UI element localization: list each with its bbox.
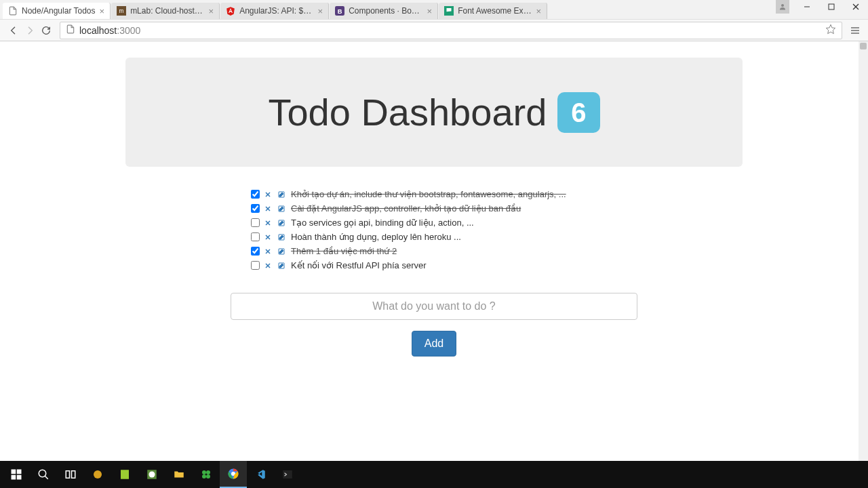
- app-icon-vscode[interactable]: [247, 461, 274, 462]
- edit-icon[interactable]: [277, 232, 287, 242]
- main-container: Todo Dashboard 6 Khởi tạo dự án, include…: [125, 41, 743, 357]
- tab-favicon-icon: [444, 6, 454, 16]
- todo-item: Khởi tạo dự án, include thư viện bootstr…: [251, 187, 617, 201]
- back-button[interactable]: [5, 22, 22, 39]
- tab-title: AngularJS: API: $http: [239, 6, 313, 16]
- todo-checkbox[interactable]: [251, 232, 260, 241]
- tab-title: Components · Bootstrap: [349, 6, 422, 16]
- page-title: Todo Dashboard 6: [268, 90, 599, 134]
- forward-button[interactable]: [22, 22, 38, 39]
- edit-icon[interactable]: [277, 190, 287, 199]
- app-icon-camtasia[interactable]: [138, 461, 165, 462]
- reload-button[interactable]: [38, 22, 54, 39]
- add-row: Add: [125, 331, 743, 357]
- todo-checkbox[interactable]: [251, 218, 260, 227]
- todo-item: Cài đặt AngularJS app, controller, khởi …: [251, 201, 617, 216]
- todo-checkbox[interactable]: [251, 190, 260, 199]
- delete-icon[interactable]: [264, 218, 273, 228]
- add-button[interactable]: Add: [412, 331, 456, 357]
- todo-item: Thêm 1 đầu việc mới thứ 2: [251, 244, 617, 258]
- tab-title: Font Awesome Examples: [458, 6, 532, 16]
- delete-icon[interactable]: [264, 204, 273, 214]
- task-view-icon[interactable]: [57, 461, 84, 462]
- browser-tab[interactable]: AngularJS: API: $http×: [220, 3, 329, 19]
- maximize-button[interactable]: [819, 0, 844, 14]
- address-host: localhost: [79, 25, 117, 36]
- tab-favicon-icon: B: [335, 6, 344, 16]
- page-viewport: Todo Dashboard 6 Khởi tạo dự án, include…: [0, 41, 868, 462]
- browser-tab[interactable]: mmLab: Cloud-hosted Mon×: [111, 3, 220, 19]
- browser-tab[interactable]: Font Awesome Examples×: [439, 3, 547, 19]
- input-row: [231, 293, 637, 320]
- address-bar[interactable]: localhost:3000: [60, 22, 842, 39]
- title-text: Todo Dashboard: [268, 90, 547, 134]
- svg-point-0: [781, 4, 784, 7]
- tab-close-icon[interactable]: ×: [427, 7, 433, 16]
- taskbar: [0, 461, 868, 462]
- app-icon-1[interactable]: [84, 461, 111, 462]
- minimize-button[interactable]: [795, 0, 819, 14]
- todo-text: Hoàn thành ứng dụng, deploy lên heroku .…: [291, 232, 461, 242]
- hamburger-menu-icon[interactable]: [848, 23, 863, 38]
- delete-icon[interactable]: [264, 190, 273, 199]
- window-controls: [776, 0, 868, 14]
- todo-text: Tạo services gọi api, binding dữ liệu, a…: [291, 218, 474, 228]
- tab-title: mLab: Cloud-hosted Mon: [130, 6, 204, 16]
- close-window-button[interactable]: [844, 0, 868, 14]
- app-icon-terminal[interactable]: [274, 461, 301, 462]
- address-port: :3000: [117, 25, 140, 36]
- jumbotron: Todo Dashboard 6: [125, 58, 743, 167]
- todo-checkbox[interactable]: [251, 204, 260, 213]
- app-icon-chrome[interactable]: [220, 461, 247, 462]
- nav-bar: localhost:3000: [0, 19, 868, 41]
- tab-favicon-icon: m: [117, 6, 126, 16]
- todo-list: Khởi tạo dự án, include thư viện bootstr…: [251, 187, 617, 272]
- svg-text:m: m: [119, 8, 124, 14]
- edit-icon[interactable]: [277, 247, 287, 256]
- tab-close-icon[interactable]: ×: [100, 7, 105, 16]
- todo-text: Khởi tạo dự án, include thư viện bootstr…: [291, 189, 566, 199]
- scrollbar-track[interactable]: [859, 41, 868, 462]
- bookmark-star-icon[interactable]: [825, 24, 836, 37]
- tab-strip: Node/Angular Todos×mmLab: Cloud-hosted M…: [0, 0, 868, 19]
- todo-item: Kết nối với Restful API phía server: [251, 258, 617, 272]
- delete-icon[interactable]: [264, 261, 273, 270]
- svg-marker-10: [826, 24, 835, 33]
- scrollbar-thumb[interactable]: [860, 43, 867, 49]
- browser-chrome: Node/Angular Todos×mmLab: Cloud-hosted M…: [0, 0, 868, 41]
- user-avatar-icon[interactable]: [776, 0, 789, 14]
- edit-icon[interactable]: [277, 204, 287, 214]
- svg-text:B: B: [338, 8, 342, 15]
- app-icon-clover[interactable]: [193, 461, 220, 462]
- todo-text: Kết nối với Restful API phía server: [291, 260, 427, 270]
- edit-icon[interactable]: [277, 218, 287, 228]
- todo-item: Hoàn thành ứng dụng, deploy lên heroku .…: [251, 230, 617, 244]
- app-icon-folder[interactable]: [165, 461, 193, 462]
- browser-tab[interactable]: BComponents · Bootstrap×: [330, 3, 438, 19]
- todo-checkbox[interactable]: [251, 247, 260, 256]
- tab-title: Node/Angular Todos: [22, 6, 96, 16]
- delete-icon[interactable]: [264, 247, 273, 256]
- tab-close-icon[interactable]: ×: [318, 7, 323, 16]
- new-todo-input[interactable]: [231, 293, 637, 320]
- todo-item: Tạo services gọi api, binding dữ liệu, a…: [251, 216, 617, 230]
- app-icon-notepad[interactable]: [111, 461, 138, 462]
- todo-text: Thêm 1 đầu việc mới thứ 2: [291, 246, 397, 256]
- start-button[interactable]: [3, 461, 30, 462]
- count-badge: 6: [557, 92, 599, 133]
- todo-text: Cài đặt AngularJS app, controller, khởi …: [291, 203, 521, 214]
- tab-favicon-icon: [8, 6, 18, 16]
- svg-rect-2: [829, 4, 834, 9]
- page-icon: [66, 24, 75, 36]
- tab-close-icon[interactable]: ×: [536, 7, 542, 16]
- search-icon[interactable]: [30, 461, 57, 462]
- todo-checkbox[interactable]: [251, 261, 260, 270]
- delete-icon[interactable]: [264, 232, 273, 242]
- browser-tab[interactable]: Node/Angular Todos×: [3, 3, 111, 19]
- edit-icon[interactable]: [277, 261, 287, 270]
- tab-favicon-icon: [226, 6, 235, 16]
- tab-close-icon[interactable]: ×: [209, 7, 214, 16]
